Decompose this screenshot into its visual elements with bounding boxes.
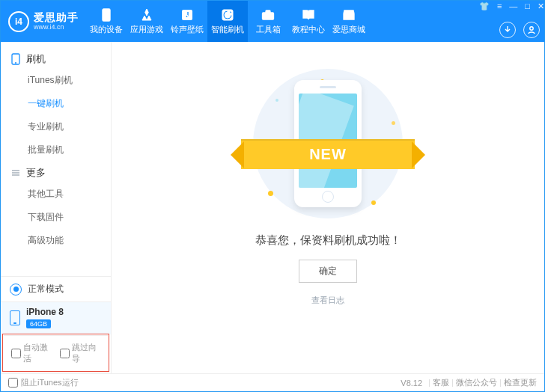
window-controls: 👕 ≡ — □ ✕ bbox=[479, 1, 544, 11]
footer-link[interactable]: 客服 bbox=[433, 378, 449, 387]
nav-music[interactable]: 铃声壁纸 bbox=[167, 1, 207, 42]
highlighted-options: 自动激活 跳过向导 bbox=[2, 334, 109, 372]
sidebar-item[interactable]: 高级功能 bbox=[1, 229, 111, 252]
nav-label: 铃声壁纸 bbox=[171, 24, 204, 35]
logo[interactable]: i4 爱思助手 www.i4.cn bbox=[1, 1, 86, 42]
footer-link[interactable]: 微信公众号 bbox=[456, 378, 497, 387]
sidebar-footer: 正常模式 iPhone 8 64GB 自动激活 跳过向导 bbox=[1, 276, 111, 373]
new-ribbon-icon: NEW bbox=[229, 135, 427, 174]
option-row: 自动激活 跳过向导 bbox=[4, 335, 108, 370]
skip-wizard-checkbox[interactable]: 跳过向导 bbox=[60, 342, 101, 364]
nav-apps[interactable]: 应用游戏 bbox=[127, 1, 167, 42]
apps-icon bbox=[140, 8, 153, 22]
sidebar-list: 刷机 iTunes刷机一键刷机专业刷机批量刷机 更多 其他工具下载固件高级功能 bbox=[1, 42, 111, 276]
toolbox-icon bbox=[261, 8, 275, 22]
nav-label: 应用游戏 bbox=[130, 24, 163, 35]
group-label: 更多 bbox=[26, 166, 46, 180]
block-itunes-checkbox[interactable]: 阻止iTunes运行 bbox=[8, 377, 79, 388]
device-info: iPhone 8 64GB bbox=[26, 307, 64, 328]
version-label: V8.12 bbox=[401, 379, 422, 388]
menu-lines-icon bbox=[11, 168, 20, 177]
storage-badge: 64GB bbox=[26, 319, 51, 328]
mode-row[interactable]: 正常模式 bbox=[1, 277, 111, 302]
ok-button[interactable]: 确定 bbox=[299, 260, 357, 283]
sidebar: 刷机 iTunes刷机一键刷机专业刷机批量刷机 更多 其他工具下载固件高级功能 … bbox=[1, 42, 112, 373]
nav-label: 爱思商城 bbox=[332, 24, 365, 35]
svg-point-6 bbox=[530, 27, 533, 30]
sidebar-group-more[interactable]: 更多 bbox=[1, 162, 111, 183]
nav-label: 教程中心 bbox=[292, 24, 325, 35]
device-row[interactable]: iPhone 8 64GB bbox=[1, 302, 111, 334]
download-icon[interactable] bbox=[499, 22, 516, 38]
nav-book[interactable]: 教程中心 bbox=[288, 1, 329, 42]
device-name: iPhone 8 bbox=[26, 307, 64, 317]
store-icon bbox=[342, 8, 356, 22]
nav-flash[interactable]: 智能刷机 bbox=[207, 1, 248, 42]
footer: 阻止iTunes运行 V8.12 | 客服 | 微信公众号 | 检查更新 bbox=[1, 373, 544, 391]
logo-name: 爱思助手 bbox=[34, 11, 79, 23]
window: i4 爱思助手 www.i4.cn 我的设备应用游戏铃声壁纸智能刷机工具箱教程中… bbox=[0, 0, 545, 392]
phone-icon bbox=[100, 8, 113, 22]
skip-wizard-label: 跳过向导 bbox=[72, 342, 101, 364]
logo-badge-icon: i4 bbox=[8, 11, 29, 32]
ribbon-text: NEW bbox=[241, 139, 415, 169]
sidebar-item[interactable]: 下载固件 bbox=[1, 206, 111, 229]
view-log-link[interactable]: 查看日志 bbox=[311, 295, 344, 306]
footer-link[interactable]: 检查更新 bbox=[504, 378, 537, 387]
success-illustration: NEW bbox=[253, 69, 403, 218]
minimize-icon[interactable]: — bbox=[509, 1, 517, 10]
mode-label: 正常模式 bbox=[28, 283, 64, 295]
auto-activate-checkbox[interactable]: 自动激活 bbox=[11, 342, 52, 364]
body: 刷机 iTunes刷机一键刷机专业刷机批量刷机 更多 其他工具下载固件高级功能 … bbox=[1, 42, 544, 373]
flash-icon bbox=[221, 8, 234, 22]
svg-point-3 bbox=[186, 15, 188, 17]
sidebar-item[interactable]: 一键刷机 bbox=[1, 92, 111, 115]
maximize-icon[interactable]: □ bbox=[525, 1, 530, 10]
music-icon bbox=[180, 8, 194, 22]
logo-url: www.i4.cn bbox=[34, 23, 79, 31]
block-itunes-label: 阻止iTunes运行 bbox=[21, 377, 79, 388]
sidebar-group-flash[interactable]: 刷机 bbox=[1, 48, 111, 69]
nav-label: 智能刷机 bbox=[211, 24, 244, 35]
sidebar-item[interactable]: 批量刷机 bbox=[1, 138, 111, 162]
nav-label: 工具箱 bbox=[256, 24, 281, 35]
auto-activate-label: 自动激活 bbox=[23, 342, 52, 364]
theme-icon[interactable]: 👕 bbox=[479, 1, 490, 11]
close-icon[interactable]: ✕ bbox=[538, 1, 544, 11]
header: i4 爱思助手 www.i4.cn 我的设备应用游戏铃声壁纸智能刷机工具箱教程中… bbox=[1, 1, 544, 42]
nav-phone[interactable]: 我的设备 bbox=[86, 1, 127, 42]
device-icon bbox=[10, 310, 20, 325]
logo-text: 爱思助手 www.i4.cn bbox=[34, 11, 79, 31]
user-icon[interactable] bbox=[523, 22, 540, 38]
main-nav: 我的设备应用游戏铃声壁纸智能刷机工具箱教程中心爱思商城 bbox=[86, 1, 479, 42]
nav-label: 我的设备 bbox=[90, 24, 123, 35]
header-right: 👕 ≡ — □ ✕ bbox=[479, 1, 544, 42]
main-panel: NEW 恭喜您，保资料刷机成功啦！ 确定 查看日志 bbox=[112, 42, 544, 373]
mode-icon bbox=[10, 284, 22, 295]
nav-toolbox[interactable]: 工具箱 bbox=[248, 1, 288, 42]
group-label: 刷机 bbox=[26, 52, 46, 66]
book-icon bbox=[302, 8, 315, 22]
nav-store[interactable]: 爱思商城 bbox=[329, 1, 369, 42]
menu-icon[interactable]: ≡ bbox=[497, 1, 502, 10]
header-round-buttons bbox=[499, 22, 540, 38]
phone-icon bbox=[11, 53, 20, 65]
sidebar-item[interactable]: iTunes刷机 bbox=[1, 69, 111, 92]
sidebar-item[interactable]: 其他工具 bbox=[1, 183, 111, 206]
success-message: 恭喜您，保资料刷机成功啦！ bbox=[255, 233, 401, 248]
sidebar-item[interactable]: 专业刷机 bbox=[1, 115, 111, 138]
